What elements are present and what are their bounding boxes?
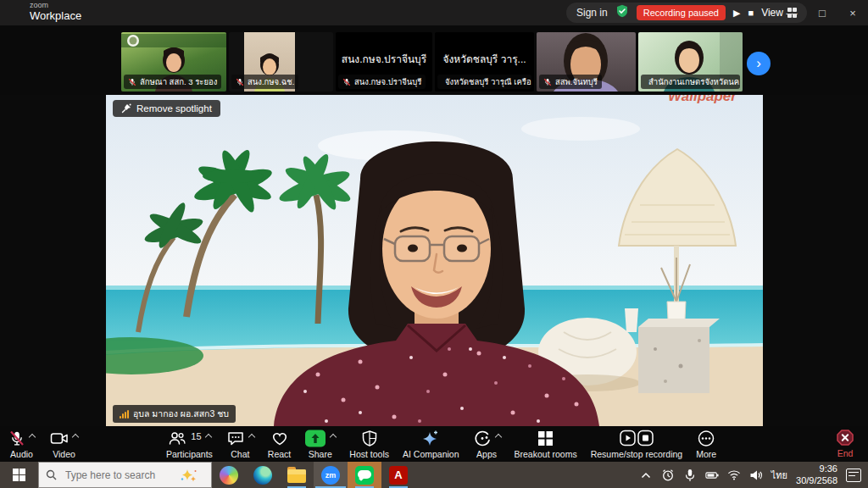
remove-spotlight-label: Remove spotlight (136, 103, 212, 114)
participant-tile-1[interactable]: ลักษณา สสก. 3 ระยอง (121, 32, 226, 92)
participants-options-caret[interactable] (204, 433, 211, 440)
end-meeting-button[interactable]: End (836, 429, 854, 458)
audio-options-caret[interactable] (29, 433, 36, 440)
tray-date: 30/9/2568 (796, 475, 837, 487)
resume-stop-recording-icon (620, 430, 654, 447)
meeting-toolbar: Audio Video (0, 426, 868, 462)
alarm-clock-icon[interactable] (661, 469, 675, 482)
resume-recording-icon-button[interactable]: ▶ (733, 8, 740, 18)
logo-workplace-text: Workplace (30, 10, 81, 21)
apps-options-caret[interactable] (494, 433, 501, 440)
taskbar-app-copilot[interactable] (212, 462, 246, 488)
tray-mic-icon[interactable] (683, 469, 697, 482)
taskbar-app-file-explorer[interactable] (280, 462, 314, 488)
volume-icon[interactable] (749, 469, 763, 481)
participant-tile-5[interactable]: สสพ.จันทบุรี (537, 32, 636, 92)
system-tray: ไทย 9:36 30/9/2568 (639, 462, 868, 488)
breakout-rooms-icon (537, 430, 554, 447)
spotlight-video[interactable]: Remove spotlight Wallpaper อุบล มากอง ผอ… (106, 95, 763, 426)
windows-taskbar: zm A ไทย 9:36 30/9 (0, 462, 868, 488)
video-button[interactable]: Video (50, 430, 78, 459)
start-button[interactable] (0, 462, 38, 488)
sign-in-button[interactable]: Sign in (576, 7, 608, 19)
ai-companion-label: AI Companion (403, 449, 459, 459)
breakout-rooms-label: Breakout rooms (515, 449, 577, 459)
encryption-shield-icon (615, 4, 629, 21)
tile-6-name: สำนักงานเกษตรจังหวัดนค... (648, 75, 740, 88)
taskbar-clock[interactable]: 9:36 30/9/2568 (796, 463, 837, 487)
remove-spotlight-button[interactable]: Remove spotlight (113, 100, 220, 117)
participants-icon (168, 430, 186, 447)
file-explorer-icon (287, 469, 306, 483)
wallpaper-watermark: Wallpaper (668, 95, 737, 105)
copilot-icon (220, 466, 238, 485)
ai-companion-button[interactable]: AI Companion (403, 430, 459, 459)
end-label: End (837, 448, 854, 458)
mic-muted-icon (8, 430, 25, 447)
participant-tile-3[interactable]: สนง.กษจ.ปราจีนบุรี สนง.กษจ.ปราจีนบุรี (336, 32, 432, 92)
meeting-status-pill: Sign in Recording paused ▶ ■ View (566, 3, 807, 23)
participants-label: Participants (166, 449, 213, 459)
chat-options-caret[interactable] (248, 433, 255, 440)
participant-tile-4[interactable]: จังหวัดชลบุรี วารุ... จังหวัดชลบุรี วารุ… (435, 32, 534, 92)
stop-recording-icon-button[interactable]: ■ (748, 8, 754, 18)
host-tools-button[interactable]: Host tools (349, 430, 389, 459)
search-input[interactable] (64, 469, 172, 482)
more-button[interactable]: More (696, 430, 716, 459)
tile-4-name-label: จังหวัดชลบุรี วารุณี เครือ... (437, 75, 531, 89)
taskbar-search[interactable] (38, 462, 212, 488)
battery-icon[interactable] (705, 470, 719, 480)
copilot-sparkle-icon (179, 468, 198, 483)
maximize-button[interactable]: □ (807, 0, 837, 25)
host-tools-shield-icon (361, 430, 378, 447)
taskbar-app-zoom[interactable]: zm (314, 462, 348, 488)
tile-2-name: สนง.กษจ.ฉช. (248, 75, 294, 88)
participant-tile-6[interactable]: สำนักงานเกษตรจังหวัดนค... (638, 32, 743, 92)
notification-center-icon[interactable] (846, 469, 861, 482)
wifi-icon[interactable] (727, 469, 741, 480)
breakout-rooms-button[interactable]: Breakout rooms (515, 430, 577, 459)
host-tools-label: Host tools (349, 449, 389, 459)
share-options-caret[interactable] (330, 433, 337, 440)
participant-tile-2[interactable]: สนง.กษจ.ฉช. (229, 32, 333, 92)
speaker-name: อุบล มากอง ผอ.สสก3 ชบ (133, 407, 229, 421)
tray-expand-button[interactable] (639, 472, 653, 479)
participants-button[interactable]: 15 Participants (166, 430, 213, 459)
react-label: React (268, 449, 291, 459)
tile-5-name: สสพ.จันทบุรี (555, 75, 598, 88)
apps-label: Apps (476, 449, 497, 459)
logo-zoom-text: zoom (30, 2, 81, 9)
more-ellipsis-icon (697, 430, 715, 447)
recording-paused-badge: Recording paused (637, 5, 726, 20)
video-options-caret[interactable] (72, 433, 79, 440)
react-button[interactable]: React (268, 430, 291, 459)
zoom-app-icon: zm (321, 466, 340, 485)
end-meeting-icon (836, 429, 854, 446)
chat-button[interactable]: Chat (226, 430, 254, 459)
apps-icon (473, 430, 492, 447)
chat-icon (226, 430, 245, 447)
acrobat-icon: A (389, 466, 408, 485)
apps-button[interactable]: Apps (473, 430, 501, 459)
edge-icon (253, 466, 272, 485)
search-icon (46, 469, 57, 480)
minimize-button[interactable]: — (776, 0, 807, 25)
participants-count: 15 (191, 431, 201, 441)
speaker-name-label: อุบล มากอง ผอ.สสก3 ชบ (113, 405, 236, 423)
ai-companion-sparkle-icon (421, 430, 440, 447)
participant-filmstrip: ลักษณา สสก. 3 ระยอง สนง.กษจ.ฉช. สนง.กษจ.… (0, 25, 868, 95)
tile-3-name-label: สนง.กษจ.ปราจีนบุรี (338, 75, 426, 89)
taskbar-app-line[interactable] (348, 462, 381, 488)
close-button[interactable]: × (837, 0, 868, 25)
audio-button[interactable]: Audio (8, 430, 35, 459)
tile-6-name-label: สำนักงานเกษตรจังหวัดนค... (641, 75, 740, 89)
taskbar-app-acrobat[interactable]: A (381, 462, 415, 488)
language-indicator[interactable]: ไทย (771, 468, 787, 483)
resume-stop-recording-button[interactable]: Resume/stop recording (591, 430, 683, 459)
share-label: Share (309, 449, 332, 459)
taskbar-app-edge[interactable] (246, 462, 280, 488)
tile-4-display-name: จังหวัดชลบุรี วารุ... (435, 51, 534, 67)
share-button[interactable]: Share (304, 430, 336, 459)
next-participants-button[interactable]: › (747, 52, 771, 75)
tile-2-name-label: สนง.กษจ.ฉช. (231, 75, 298, 89)
